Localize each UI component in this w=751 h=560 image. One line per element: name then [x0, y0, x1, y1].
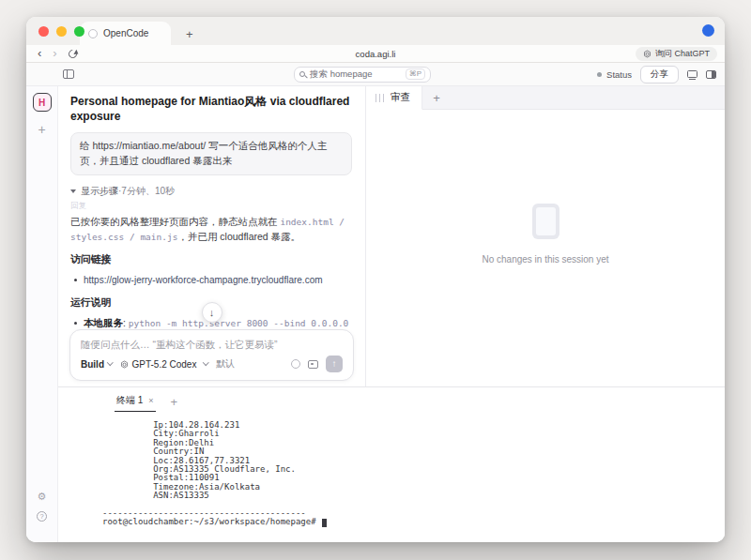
empty-file-icon	[532, 204, 559, 239]
settings-gear-icon[interactable]: ⚙	[38, 492, 47, 502]
browser-tabstrip: OpenCode +	[26, 17, 725, 45]
show-steps-toggle[interactable]: 显示步骤 · 7分钟、10秒	[70, 185, 352, 198]
ask-chatgpt-button[interactable]: 询问 ChatGPT	[636, 47, 717, 61]
traffic-lights	[38, 26, 84, 37]
mode-selector[interactable]: Build	[81, 359, 113, 370]
forward-button[interactable]: ›	[53, 48, 56, 59]
new-tab-button[interactable]: +	[186, 28, 193, 40]
tab-favicon-icon	[88, 29, 98, 38]
window-close-button[interactable]	[38, 26, 49, 37]
status-label[interactable]: Status	[606, 69, 632, 80]
address-bar[interactable]: coda.agi.li	[356, 49, 396, 59]
browser-profile-avatar[interactable]	[702, 24, 714, 37]
terminal-panel: 终端 1 × + Ip:104.28.164.231 City:Gharroli…	[58, 386, 725, 542]
app-main: H + ⚙ ? Personal homepage for Miantiao风格…	[26, 86, 725, 542]
search-shortcut-badge: ⌘P	[406, 68, 425, 80]
workspace-avatar[interactable]: H	[33, 93, 52, 112]
model-selector[interactable]: GPT-5.2 Codex	[120, 359, 208, 370]
status-dot-icon	[597, 72, 602, 77]
terminal-tab-label: 终端 1	[116, 394, 143, 407]
send-button[interactable]: ↑	[326, 356, 343, 372]
url-text: coda.agi.li	[356, 49, 396, 59]
steps-duration: 7分钟、10秒	[121, 185, 175, 198]
chevron-down-icon	[107, 359, 113, 365]
app-toolbar: 搜索 homepage ⌘P Status 分享	[26, 63, 725, 86]
links-section-header: 访问链接	[70, 253, 352, 266]
add-terminal-button[interactable]: +	[171, 395, 178, 412]
review-empty-state: No changes in this session yet	[366, 82, 725, 386]
voice-record-icon[interactable]	[291, 359, 300, 369]
composer-placeholder: 随便问点什么… “重构这个函数，让它更易读”	[81, 339, 343, 352]
close-terminal-icon[interactable]: ×	[148, 396, 153, 405]
toolbar-right-group: Status 分享	[597, 66, 716, 83]
summary-text: ，并已用 cloudflared 暴露。	[177, 231, 300, 242]
code-separator: /	[334, 217, 345, 227]
preset-selector[interactable]: 默认	[216, 357, 235, 371]
attach-image-icon[interactable]	[308, 360, 318, 369]
search-icon	[299, 71, 305, 77]
browser-window: OpenCode + ‹ › coda.agi.li 询问 ChatGPT 搜索…	[26, 17, 725, 542]
composer-controls: Build GPT-5.2 Codex 默认 ↑	[81, 356, 343, 372]
tunnel-url-link[interactable]: https://glow-jerry-workforce-champagne.t…	[84, 275, 323, 285]
code-separator: /	[124, 232, 140, 242]
chevron-down-icon	[203, 359, 208, 365]
browser-tab-opencode[interactable]: OpenCode	[80, 22, 171, 45]
session-title: Personal homepage for Miantiao风格 via clo…	[70, 95, 352, 124]
inline-code: index.html	[280, 217, 333, 227]
empty-state-text: No changes in this session yet	[482, 254, 608, 265]
link-list-item: https://glow-jerry-workforce-champagne.t…	[74, 273, 352, 288]
browser-navbar: ‹ › coda.agi.li 询问 ChatGPT	[26, 45, 725, 63]
back-button[interactable]: ‹	[38, 48, 41, 59]
share-button[interactable]: 分享	[640, 66, 679, 83]
composer[interactable]: 随便问点什么… “重构这个函数，让它更易读” Build GPT-5.2 Cod…	[69, 329, 354, 381]
terminal-output[interactable]: Ip:104.28.164.231 City:Gharroli Region:D…	[102, 421, 725, 518]
chat-panel: Personal homepage for Miantiao风格 via clo…	[58, 86, 366, 386]
help-icon[interactable]: ?	[37, 511, 47, 522]
links-list: https://glow-jerry-workforce-champagne.t…	[74, 273, 352, 288]
ask-chatgpt-label: 询问 ChatGPT	[655, 48, 710, 60]
chevron-down-icon	[70, 189, 76, 193]
review-panel: 审查 + No changes in this session yet	[366, 86, 725, 386]
terminal-prompt-line[interactable]: root@cloudchamber:~/s3/workspace/homepag…	[102, 518, 725, 526]
terminal-cursor	[322, 519, 327, 527]
window-zoom-button[interactable]	[74, 26, 84, 37]
rail-bottom-group: ⚙ ?	[26, 492, 57, 522]
assistant-summary: 已按你要的风格整理好页面内容，静态站点就在 index.html / style…	[70, 214, 352, 245]
workspace-rail: H + ⚙ ?	[26, 86, 58, 542]
sidebar-toggle-icon[interactable]	[63, 69, 74, 79]
panel-right-icon[interactable]	[706, 70, 716, 79]
new-workspace-button[interactable]: +	[26, 122, 57, 137]
reload-icon[interactable]	[67, 48, 79, 60]
inline-code: python -m http.server 8000 --bind 0.0.0.…	[129, 318, 349, 328]
terminal-prompt: root@cloudchamber:~/s3/workspace/homepag…	[102, 518, 321, 526]
content-columns: Personal homepage for Miantiao风格 via clo…	[58, 86, 725, 542]
terminal-tab-1[interactable]: 终端 1 ×	[115, 392, 156, 412]
chat-scroll-area[interactable]: Personal homepage for Miantiao风格 via clo…	[58, 86, 365, 329]
user-message-card: 给 https://miantiao.me/about/ 写一个适合他风格的个人…	[70, 132, 352, 175]
search-placeholder: 搜索 homepage	[310, 68, 401, 81]
display-icon[interactable]	[687, 70, 697, 78]
summary-text: 已按你要的风格整理好页面内容，静态站点就在	[70, 216, 280, 227]
tab-title: OpenCode	[103, 28, 148, 38]
scroll-to-bottom-button[interactable]: ↓	[202, 302, 222, 323]
terminal-tabbar: 终端 1 × +	[58, 392, 725, 412]
openai-logo-icon	[643, 50, 651, 58]
faded-reply-label: 回复	[70, 201, 352, 212]
inline-code: main.js	[140, 232, 177, 242]
openai-logo-icon	[120, 360, 129, 369]
inline-code: styles.css	[70, 232, 124, 242]
opencode-app: 搜索 homepage ⌘P Status 分享 H + ⚙ ?	[26, 63, 725, 542]
window-minimize-button[interactable]	[56, 26, 67, 37]
search-input[interactable]: 搜索 homepage ⌘P	[294, 67, 431, 83]
steps-label: 显示步骤	[81, 185, 118, 198]
